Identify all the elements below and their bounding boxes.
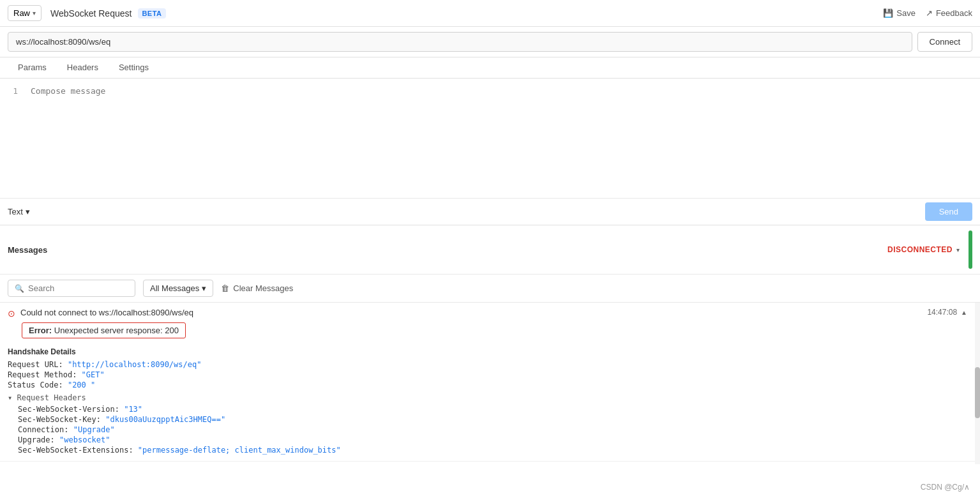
beta-badge: BETA <box>138 8 165 19</box>
messages-collapse-icon[interactable]: ▾ <box>956 246 960 253</box>
raw-dropdown[interactable]: Raw ▾ <box>8 5 41 21</box>
message-time: 14:47:08 ▲ <box>927 308 967 317</box>
detail-line: Request URL: "http://localhost:8090/ws/e… <box>8 360 967 369</box>
messages-toolbar: 🔍 All Messages ▾ 🗑 Clear Messages <box>0 275 980 303</box>
save-icon: 💾 <box>883 8 893 18</box>
tab-headers[interactable]: Headers <box>57 57 109 79</box>
all-messages-dropdown[interactable]: All Messages ▾ <box>143 280 213 297</box>
search-input[interactable] <box>28 283 128 293</box>
editor-footer: Text ▾ Send <box>0 198 980 225</box>
search-icon: 🔍 <box>15 284 24 293</box>
message-input[interactable] <box>23 79 980 198</box>
message-entry-header: ⊙ Could not connect to ws://localhost:80… <box>8 308 967 319</box>
trash-icon: 🗑 <box>221 283 229 293</box>
feedback-icon: ↗ <box>926 8 933 18</box>
header-line: Sec-WebSocket-Version: "13" <box>18 405 967 414</box>
header-line: Connection: "Upgrade" <box>18 425 967 434</box>
toolbar-right: 💾 Save ↗ Feedback <box>883 8 972 18</box>
editor-content: 1 <box>0 79 980 198</box>
error-box: Error: Unexpected server response: 200 <box>22 322 186 338</box>
request-headers-list: Sec-WebSocket-Version: "13" Sec-WebSocke… <box>8 405 967 455</box>
header-line: Upgrade: "websocket" <box>18 435 967 444</box>
messages-log: ⊙ Could not connect to ws://localhost:80… <box>0 303 980 464</box>
save-button[interactable]: 💾 Save <box>883 8 916 18</box>
message-text: Could not connect to ws://localhost:8090… <box>20 308 922 317</box>
send-button[interactable]: Send <box>925 202 972 221</box>
url-bar: Connect <box>0 27 980 57</box>
messages-header-right: DISCONNECTED ▾ <box>887 230 972 269</box>
tabs-bar: Params Headers Settings <box>0 57 980 79</box>
message-expand-icon[interactable]: ▲ <box>961 309 967 316</box>
scrollbar-track <box>975 303 980 464</box>
detail-line: Status Code: "200 " <box>8 381 967 389</box>
request-headers-toggle[interactable]: ▾ Request Headers <box>8 393 967 402</box>
disconnected-badge: DISCONNECTED <box>887 245 953 254</box>
scrollbar-thumb[interactable] <box>975 367 980 418</box>
tab-settings[interactable]: Settings <box>109 57 159 79</box>
header-line: Sec-WebSocket-Extensions: "permessage-de… <box>18 446 967 455</box>
all-messages-chevron-icon: ▾ <box>202 283 206 293</box>
url-input[interactable] <box>8 32 912 52</box>
handshake-title: Handshake Details <box>8 347 967 356</box>
chevron-down-icon: ▾ <box>33 10 36 17</box>
connect-button[interactable]: Connect <box>917 32 972 52</box>
header-line: Sec-WebSocket-Key: "dkus00aUuzqpptAic3HM… <box>18 415 967 424</box>
feedback-button[interactable]: ↗ Feedback <box>926 8 972 18</box>
error-icon: ⊙ <box>8 308 15 319</box>
messages-outer: ⊙ Could not connect to ws://localhost:80… <box>0 303 980 464</box>
detail-line: Request Method: "GET" <box>8 370 967 379</box>
connection-indicator <box>969 230 972 269</box>
toolbar: Raw ▾ WebSocket Request BETA 💾 Save ↗ Fe… <box>0 0 980 27</box>
raw-label: Raw <box>13 8 30 18</box>
line-numbers: 1 <box>0 79 23 198</box>
search-box: 🔍 <box>8 280 135 297</box>
editor-area: 1 Text ▾ Send <box>0 79 980 225</box>
messages-title: Messages <box>8 245 47 255</box>
page-title: WebSocket Request <box>50 8 132 19</box>
tab-params[interactable]: Params <box>8 57 57 79</box>
messages-section: Messages DISCONNECTED ▾ 🔍 All Messages ▾… <box>0 225 980 464</box>
clear-messages-button[interactable]: 🗑 Clear Messages <box>221 283 293 293</box>
message-entry: ⊙ Could not connect to ws://localhost:80… <box>0 303 975 462</box>
text-type-chevron-icon: ▾ <box>26 207 30 216</box>
text-type-dropdown[interactable]: Text ▾ <box>8 207 30 216</box>
messages-header: Messages DISCONNECTED ▾ <box>0 225 980 275</box>
